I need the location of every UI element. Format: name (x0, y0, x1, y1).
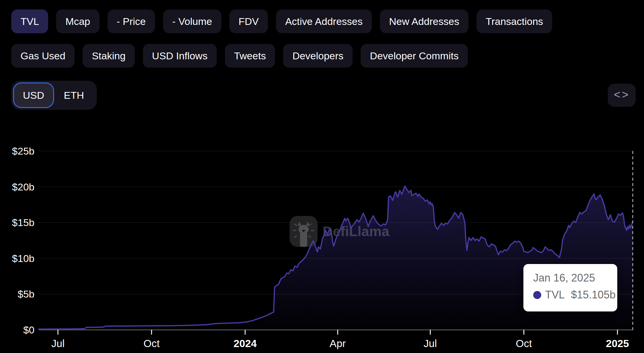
tooltip-series-row: TVL $15.105b (533, 289, 617, 301)
toolbar-row-2: Gas UsedStakingUSD InflowsTweetsDevelope… (11, 44, 635, 68)
tvl-chart[interactable]: $0$5b$10b$15b$20b$25bJulOct2024AprJulOct… (0, 135, 644, 353)
tooltip-date: Jan 16, 2025 (533, 272, 617, 284)
y-axis-label: $5b (18, 288, 34, 300)
x-axis-label: Jul (424, 338, 437, 349)
y-axis-label: $0 (23, 324, 34, 335)
tooltip-value: $15.105b (571, 289, 615, 301)
y-axis-label: $15b (12, 217, 34, 228)
embed-code-button[interactable]: <> (608, 84, 636, 107)
x-axis-label: Oct (143, 338, 160, 349)
metric-button-staking[interactable]: Staking (83, 44, 135, 68)
tvl-chart-canvas[interactable]: $0$5b$10b$15b$20b$25bJulOct2024AprJulOct… (0, 135, 644, 353)
tvl-series-marker-icon (533, 291, 541, 299)
metric-button-developer-commits[interactable]: Developer Commits (361, 44, 468, 68)
metric-button-tvl[interactable]: TVL (11, 9, 48, 33)
metric-button-developers[interactable]: Developers (283, 44, 353, 68)
metric-button-new-addresses[interactable]: New Addresses (380, 9, 468, 33)
watermark-text: DefiLlama (323, 223, 389, 239)
metric-button-active-addresses[interactable]: Active Addresses (276, 9, 372, 33)
metric-button-usd-inflows[interactable]: USD Inflows (143, 44, 217, 68)
metric-button-fdv[interactable]: FDV (229, 9, 268, 33)
metric-button-price[interactable]: - Price (108, 9, 155, 33)
y-axis-label: $20b (12, 181, 34, 193)
x-axis-label: Apr (330, 338, 346, 349)
x-axis-label: 2025 (606, 338, 629, 349)
y-axis-label: $25b (12, 145, 34, 157)
currency-option-usd[interactable]: USD (13, 82, 54, 108)
x-axis-label: Jul (51, 338, 65, 349)
metric-button-transactions[interactable]: Transactions (476, 9, 552, 33)
currency-option-eth[interactable]: ETH (54, 82, 94, 108)
currency-toggle: USD ETH (11, 81, 97, 110)
y-axis-label: $10b (12, 253, 34, 264)
x-axis-label: 2024 (233, 338, 257, 349)
defillama-chart-page: { "toolbar": { "rows": [ [ {"label":"TVL… (0, 0, 644, 353)
metric-button-gas-used[interactable]: Gas Used (11, 44, 75, 68)
tooltip-series-label: TVL (545, 289, 565, 301)
code-icon: <> (614, 89, 630, 102)
metric-button-mcap[interactable]: Mcap (56, 9, 99, 33)
chart-tooltip: Jan 16, 2025 TVL $15.105b (523, 264, 617, 311)
x-axis-label: Oct (516, 338, 532, 349)
toolbar-row-1: TVLMcap- Price- VolumeFDVActive Addresse… (11, 9, 635, 33)
metric-button-volume[interactable]: - Volume (163, 9, 221, 33)
metric-button-tweets[interactable]: Tweets (225, 44, 275, 68)
metric-toolbar: TVLMcap- Price- VolumeFDVActive Addresse… (11, 9, 635, 78)
